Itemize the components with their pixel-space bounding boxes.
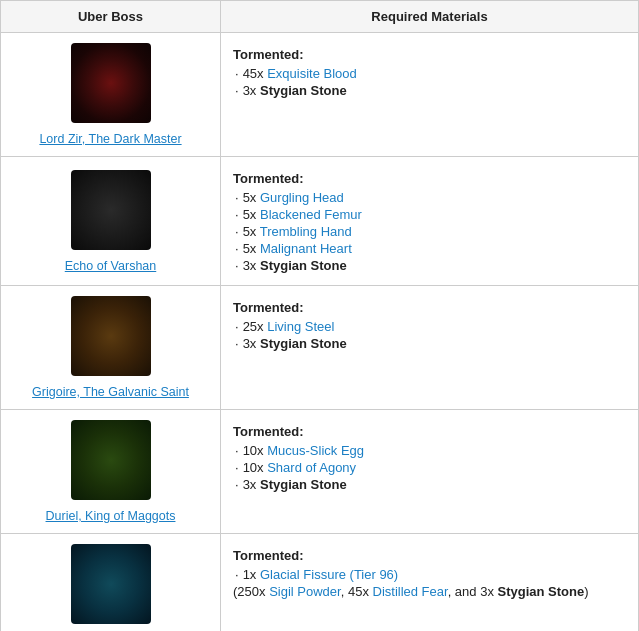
boss-name[interactable]: Duriel, King of Maggots (13, 509, 208, 523)
list-item: ·5x Blackened Femur (233, 207, 626, 222)
item-qty: 5x (243, 207, 260, 222)
material-link[interactable]: Glacial Fissure (Tier 96) (260, 567, 398, 582)
material-link[interactable]: Malignant Heart (260, 241, 352, 256)
bullet-icon: · (235, 460, 239, 475)
item-qty: 1x (243, 567, 260, 582)
materials-list: ·5x Gurgling Head·5x Blackened Femur·5x … (233, 190, 626, 273)
tormented-label: Tormented: (233, 47, 626, 62)
materials-list: ·1x Glacial Fissure (Tier 96) (233, 567, 626, 582)
table-row: The Beast in the IceTormented:·1x Glacia… (1, 534, 639, 632)
bullet-icon: · (235, 258, 239, 273)
material-text: Stygian Stone (260, 477, 347, 492)
boss-cell: Echo of Varshan (1, 157, 221, 286)
item-qty: 3x (243, 83, 260, 98)
boss-image (71, 544, 151, 624)
materials-list: ·10x Mucus-Slick Egg·10x Shard of Agony·… (233, 443, 626, 492)
item-qty: 3x (243, 336, 260, 351)
list-item: ·3x Stygian Stone (233, 336, 626, 351)
bullet-icon: · (235, 241, 239, 256)
column-header-boss: Uber Boss (1, 1, 221, 33)
bullet-icon: · (235, 190, 239, 205)
material-link[interactable]: Trembling Hand (260, 224, 352, 239)
sigil-powder-link[interactable]: Sigil Powder (269, 584, 341, 599)
material-text: Stygian Stone (260, 258, 347, 273)
bullet-icon: · (235, 66, 239, 81)
column-header-materials: Required Materials (221, 1, 639, 33)
bullet-icon: · (235, 477, 239, 492)
uber-boss-table: Uber Boss Required Materials Lord Zir, T… (0, 0, 639, 631)
item-qty: 10x (243, 460, 268, 475)
materials-cell: Tormented:·1x Glacial Fissure (Tier 96)(… (221, 534, 639, 632)
materials-cell: Tormented:·25x Living Steel·3x Stygian S… (221, 286, 639, 410)
list-item: ·45x Exquisite Blood (233, 66, 626, 81)
table-row: Lord Zir, The Dark MasterTormented:·45x … (1, 33, 639, 157)
item-qty: 5x (243, 241, 260, 256)
materials-cell: Tormented:·45x Exquisite Blood·3x Stygia… (221, 33, 639, 157)
materials-cell: Tormented:·5x Gurgling Head·5x Blackened… (221, 157, 639, 286)
material-link[interactable]: Gurgling Head (260, 190, 344, 205)
boss-image (71, 420, 151, 500)
list-item: ·10x Shard of Agony (233, 460, 626, 475)
boss-cell: The Beast in the Ice (1, 534, 221, 632)
boss-name[interactable]: Echo of Varshan (13, 259, 208, 273)
table-row: Duriel, King of MaggotsTormented:·10x Mu… (1, 410, 639, 534)
materials-cell: Tormented:·10x Mucus-Slick Egg·10x Shard… (221, 410, 639, 534)
item-qty: 45x (243, 66, 268, 81)
bullet-icon: · (235, 443, 239, 458)
bullet-icon: · (235, 207, 239, 222)
material-text: Stygian Stone (260, 336, 347, 351)
materials-list: ·45x Exquisite Blood·3x Stygian Stone (233, 66, 626, 98)
materials-note: (250x Sigil Powder, 45x Distilled Fear, … (233, 584, 626, 599)
item-qty: 25x (243, 319, 268, 334)
item-qty: 10x (243, 443, 268, 458)
list-item: ·3x Stygian Stone (233, 83, 626, 98)
bullet-icon: · (235, 336, 239, 351)
item-qty: 5x (243, 190, 260, 205)
item-qty: 3x (243, 477, 260, 492)
boss-image (71, 170, 151, 250)
stygian-note: Stygian Stone (498, 584, 585, 599)
list-item: ·5x Malignant Heart (233, 241, 626, 256)
list-item: ·5x Gurgling Head (233, 190, 626, 205)
material-link[interactable]: Living Steel (267, 319, 334, 334)
table-row: Grigoire, The Galvanic SaintTormented:·2… (1, 286, 639, 410)
list-item: ·3x Stygian Stone (233, 477, 626, 492)
tormented-label: Tormented: (233, 424, 626, 439)
note-sigil: 250x Sigil Powder, 45x Distilled Fear, a… (237, 584, 584, 599)
list-item: ·1x Glacial Fissure (Tier 96) (233, 567, 626, 582)
tormented-label: Tormented: (233, 300, 626, 315)
boss-cell: Duriel, King of Maggots (1, 410, 221, 534)
boss-cell: Grigoire, The Galvanic Saint (1, 286, 221, 410)
materials-list: ·25x Living Steel·3x Stygian Stone (233, 319, 626, 351)
bullet-icon: · (235, 319, 239, 334)
list-item: ·5x Trembling Hand (233, 224, 626, 239)
item-qty: 5x (243, 224, 260, 239)
boss-name[interactable]: Lord Zir, The Dark Master (13, 132, 208, 146)
tormented-label: Tormented: (233, 548, 626, 563)
boss-name[interactable]: Grigoire, The Galvanic Saint (13, 385, 208, 399)
item-qty: 3x (243, 258, 260, 273)
material-text: Stygian Stone (260, 83, 347, 98)
list-item: ·10x Mucus-Slick Egg (233, 443, 626, 458)
list-item: ·3x Stygian Stone (233, 258, 626, 273)
boss-cell: Lord Zir, The Dark Master (1, 33, 221, 157)
material-link[interactable]: Shard of Agony (267, 460, 356, 475)
bullet-icon: · (235, 567, 239, 582)
tormented-label: Tormented: (233, 171, 626, 186)
bullet-icon: · (235, 224, 239, 239)
bullet-icon: · (235, 83, 239, 98)
material-link[interactable]: Mucus-Slick Egg (267, 443, 364, 458)
boss-image (71, 296, 151, 376)
material-link[interactable]: Blackened Femur (260, 207, 362, 222)
table-row: Echo of VarshanTormented:·5x Gurgling He… (1, 157, 639, 286)
distilled-fear-link[interactable]: Distilled Fear (373, 584, 448, 599)
material-link[interactable]: Exquisite Blood (267, 66, 357, 81)
boss-image (71, 43, 151, 123)
list-item: ·25x Living Steel (233, 319, 626, 334)
